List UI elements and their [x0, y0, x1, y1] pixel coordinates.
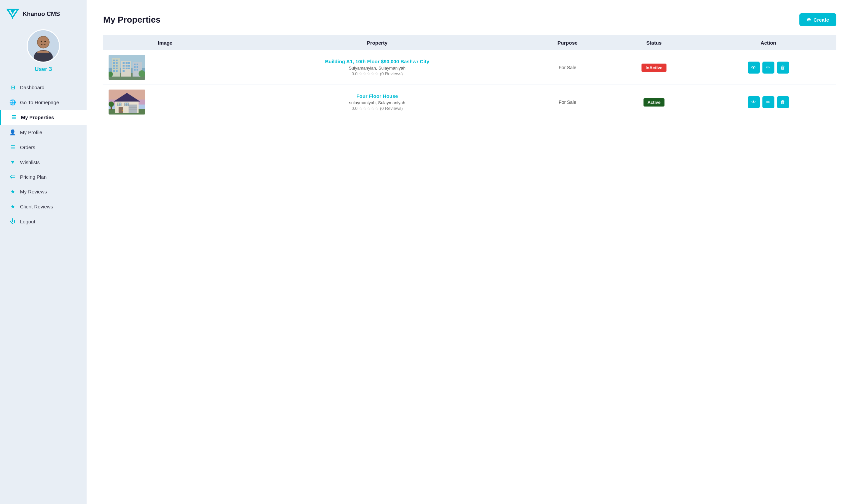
col-image: Image [103, 35, 227, 50]
nav-label-logout: Logout [20, 219, 35, 224]
svg-rect-62 [118, 103, 119, 105]
property-purpose-cell: For Sale [527, 85, 607, 120]
svg-rect-17 [113, 65, 115, 67]
nav-label-homepage: Go To Homepage [20, 100, 59, 105]
properties-table: Image Property Purpose Status Action [103, 35, 836, 119]
svg-rect-33 [123, 70, 125, 72]
property-info-cell: Building A1, 10th Floor $90,000 Bashwr C… [227, 50, 527, 85]
property-action-cell: 👁 ✏ 🗑 [700, 85, 836, 120]
svg-rect-36 [137, 64, 138, 65]
svg-rect-14 [116, 59, 118, 61]
svg-rect-20 [116, 68, 118, 69]
svg-rect-39 [134, 69, 136, 71]
brand-name: Khanoo CMS [23, 11, 60, 18]
property-title[interactable]: Four Floor House [232, 93, 522, 99]
list-icon: ☰ [10, 114, 17, 121]
status-badge: Active [643, 98, 664, 107]
property-purpose-cell: For Sale [527, 50, 607, 85]
delete-button[interactable]: 🗑 [777, 96, 789, 108]
nav-item-logout[interactable]: ⏻ Logout [0, 214, 87, 229]
user-icon: 👤 [9, 129, 16, 136]
star-icon: ★ [9, 188, 16, 195]
property-rating: 0.0 ☆☆☆☆☆ (0 Reviews) [232, 71, 522, 76]
create-button[interactable]: ⊕ Create [799, 13, 836, 26]
logo-area: Khanoo CMS [0, 8, 60, 20]
create-label: Create [813, 17, 829, 23]
logo-icon [5, 8, 20, 20]
nav-item-my-properties[interactable]: ☰ My Properties [0, 110, 87, 125]
svg-rect-35 [134, 64, 136, 65]
house-image [109, 90, 145, 114]
nav-item-orders[interactable]: ☰ Orders [0, 140, 87, 155]
svg-rect-25 [126, 62, 128, 64]
svg-rect-13 [113, 59, 115, 61]
page-header: My Properties ⊕ Create [103, 13, 836, 26]
property-status-cell: InActive [607, 50, 700, 85]
nav-label-my-reviews: My Reviews [20, 189, 47, 194]
nav-item-my-reviews[interactable]: ★ My Reviews [0, 184, 87, 199]
dashboard-icon: ⊞ [9, 84, 16, 91]
view-button[interactable]: 👁 [748, 61, 760, 74]
nav-label-dashboard: Dashboard [20, 85, 44, 90]
svg-marker-1 [10, 9, 15, 14]
svg-rect-32 [128, 68, 130, 69]
property-location: Sulyamanyiah, Sulaymaniyah [232, 66, 522, 71]
svg-rect-18 [116, 65, 118, 67]
nav-label-client-reviews: Client Reviews [20, 204, 53, 210]
view-button[interactable]: 👁 [748, 96, 760, 108]
svg-point-42 [139, 70, 145, 77]
svg-point-8 [44, 41, 46, 42]
col-action: Action [700, 35, 836, 50]
create-plus-icon: ⊕ [807, 17, 811, 23]
main-content: My Properties ⊕ Create Image Property Pu… [87, 0, 853, 504]
nav-item-my-profile[interactable]: 👤 My Profile [0, 125, 87, 140]
action-buttons: 👁 ✏ 🗑 [706, 96, 831, 108]
property-info-cell: Four Floor House sulaymaniyah, Sulaymani… [227, 85, 527, 120]
svg-rect-40 [137, 69, 138, 71]
svg-rect-29 [128, 65, 130, 67]
avatar [26, 29, 60, 62]
col-status: Status [607, 35, 700, 50]
table-header-row: Image Property Purpose Status Action [103, 35, 836, 50]
col-property: Property [227, 35, 527, 50]
building-image [109, 55, 145, 80]
nav-label-my-profile: My Profile [20, 129, 42, 135]
svg-point-61 [109, 102, 114, 107]
orders-icon: ☰ [9, 144, 16, 150]
col-purpose: Purpose [527, 35, 607, 50]
property-location: sulaymaniyah, Sulaymaniyah [232, 100, 522, 105]
client-star-icon: ★ [9, 203, 16, 210]
svg-point-7 [41, 41, 42, 42]
pricing-icon: 🏷 [9, 174, 16, 180]
status-badge: InActive [641, 64, 667, 72]
nav-item-pricing-plan[interactable]: 🏷 Pricing Plan [0, 169, 87, 184]
property-image-cell [103, 50, 227, 85]
heart-icon: ♥ [9, 159, 16, 165]
nav-label-orders: Orders [20, 144, 35, 150]
nav-label-wishlists: Wishlists [20, 160, 40, 165]
property-status-cell: Active [607, 85, 700, 120]
delete-button[interactable]: 🗑 [777, 61, 789, 74]
nav-item-client-reviews[interactable]: ★ Client Reviews [0, 199, 87, 214]
table-row: Four Floor House sulaymaniyah, Sulaymani… [103, 85, 836, 120]
svg-rect-22 [116, 70, 118, 72]
svg-rect-19 [113, 68, 115, 69]
svg-rect-49 [128, 105, 137, 113]
logout-icon: ⏻ [9, 218, 16, 224]
username-label: User 3 [35, 66, 52, 73]
edit-button[interactable]: ✏ [762, 61, 775, 74]
svg-rect-24 [123, 62, 125, 64]
action-buttons: 👁 ✏ 🗑 [706, 61, 831, 74]
property-title[interactable]: Building A1, 10th Floor $90,000 Bashwr C… [232, 59, 522, 64]
svg-rect-26 [128, 62, 130, 64]
property-image-cell [103, 85, 227, 120]
svg-rect-21 [113, 70, 115, 72]
nav-item-dashboard[interactable]: ⊞ Dashboard [0, 80, 87, 95]
svg-rect-38 [137, 66, 138, 68]
globe-icon: 🌐 [9, 99, 16, 106]
edit-button[interactable]: ✏ [762, 96, 775, 108]
svg-rect-28 [126, 65, 128, 67]
nav-item-homepage[interactable]: 🌐 Go To Homepage [0, 95, 87, 110]
nav-item-wishlists[interactable]: ♥ Wishlists [0, 155, 87, 169]
sidebar: Khanoo CMS User 3 ⊞ Dashboard 🌐 Go [0, 0, 87, 504]
